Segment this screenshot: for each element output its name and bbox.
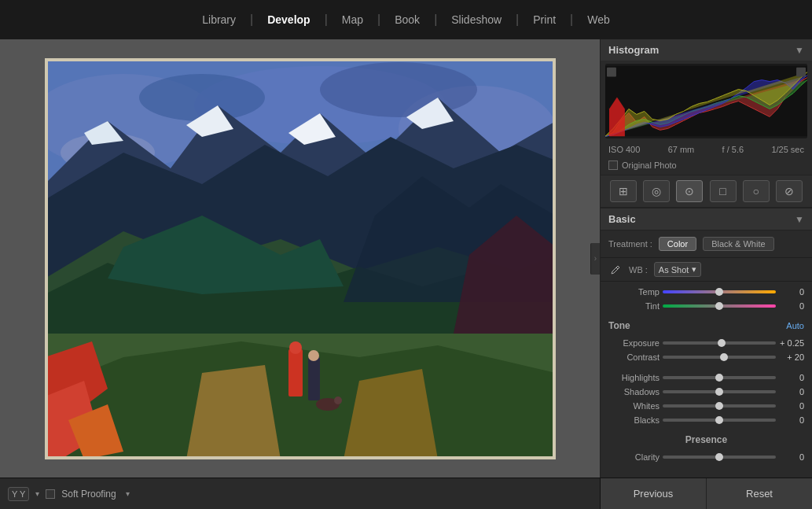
histogram-corners [608, 66, 805, 136]
adjustment-icon: ⊘ [784, 185, 794, 197]
yy-selector[interactable]: Y Y [8, 487, 29, 501]
exposure-slider[interactable] [663, 341, 776, 345]
contrast-slider-row: Contrast + 20 [601, 350, 812, 364]
temp-slider-row: Temp 0 [601, 285, 812, 299]
nav-book[interactable]: Book [380, 0, 434, 39]
original-photo-checkbox[interactable] [608, 160, 618, 170]
svg-point-25 [289, 341, 302, 354]
clarity-slider-row: Clarity 0 [601, 450, 812, 464]
nav-print[interactable]: Print [519, 0, 570, 39]
exif-focal: 67 mm [668, 145, 695, 154]
clarity-value: 0 [779, 452, 804, 462]
temp-value: 0 [779, 287, 804, 297]
wb-row: WB : As Shot ▾ [601, 258, 812, 282]
wb-value: As Shot [659, 265, 689, 275]
painting-image [45, 58, 556, 459]
shadows-value: 0 [779, 387, 804, 397]
nav-map[interactable]: Map [328, 0, 377, 39]
highlights-thumb[interactable] [715, 374, 723, 382]
exposure-slider-row: Exposure + 0.25 [601, 336, 812, 350]
basic-header[interactable]: Basic ▼ [601, 208, 812, 231]
contrast-slider[interactable] [663, 356, 776, 359]
histogram-title: Histogram [608, 44, 659, 56]
svg-rect-24 [288, 349, 303, 397]
gradient-tool-button[interactable]: □ [710, 180, 737, 202]
bottom-bar: Y Y ▾ Soft Proofing ▾ Previous Reset [0, 478, 812, 509]
heal-icon: ◎ [652, 185, 661, 197]
basic-collapse-arrow[interactable]: ▼ [795, 214, 804, 225]
exposure-label: Exposure [608, 338, 660, 348]
clarity-slider[interactable] [663, 456, 776, 459]
svg-point-7 [320, 62, 477, 117]
treatment-label: Treatment : [608, 239, 652, 249]
contrast-thumb[interactable] [720, 353, 728, 361]
shadows-label: Shadows [608, 387, 660, 397]
whites-label: Whites [608, 401, 660, 411]
clarity-thumb[interactable] [715, 453, 723, 461]
previous-button[interactable]: Previous [601, 478, 707, 509]
whites-slider-row: Whites 0 [601, 399, 812, 413]
whites-slider[interactable] [663, 404, 776, 408]
temp-slider[interactable] [663, 290, 776, 293]
wb-select[interactable]: As Shot ▾ [654, 262, 702, 277]
color-treatment-button[interactable]: Color [659, 237, 696, 251]
histogram-header[interactable]: Histogram ▼ [601, 39, 812, 61]
presence-sliders-section: Clarity 0 [601, 447, 812, 467]
svg-point-29 [334, 397, 342, 404]
presence-label: Presence [601, 430, 812, 447]
radial-icon: ○ [752, 185, 759, 197]
blacks-thumb[interactable] [715, 416, 723, 424]
clarity-label: Clarity [608, 452, 660, 462]
exposure-thumb[interactable] [718, 339, 726, 347]
heal-tool-button[interactable]: ◎ [643, 180, 670, 202]
crop-tool-button[interactable]: ⊞ [610, 180, 637, 202]
bottom-left: Y Y ▾ Soft Proofing ▾ [0, 487, 600, 501]
nav-library[interactable]: Library [188, 0, 250, 39]
tone-sliders-section: Exposure + 0.25 Contrast + 20 [601, 333, 812, 367]
temp-tint-section: Temp 0 Tint 0 [601, 282, 812, 316]
tint-thumb[interactable] [715, 302, 723, 310]
tint-slider[interactable] [663, 304, 776, 308]
nav-slideshow[interactable]: Slideshow [437, 0, 516, 39]
yy-dropdown-icon[interactable]: ▾ [35, 489, 39, 498]
redeye-tool-button[interactable]: ⊙ [676, 180, 703, 202]
tint-value: 0 [779, 301, 804, 311]
whites-thumb[interactable] [715, 402, 723, 410]
exif-iso: ISO 400 [608, 145, 640, 154]
temp-thumb[interactable] [715, 288, 723, 296]
auto-button[interactable]: Auto [786, 321, 804, 330]
original-photo-row: Original Photo [601, 157, 812, 175]
contrast-label: Contrast [608, 352, 660, 362]
nav-web[interactable]: Web [573, 0, 624, 39]
blacks-value: 0 [779, 415, 804, 425]
highlights-slider[interactable] [663, 376, 776, 379]
shadows-slider[interactable] [663, 390, 776, 393]
svg-point-27 [308, 350, 319, 361]
right-panel-expand[interactable]: › [590, 243, 600, 275]
whites-value: 0 [779, 401, 804, 411]
tone-header: Tone Auto [601, 316, 812, 333]
nav-develop[interactable]: Develop [253, 0, 324, 39]
main-area: › Histogram ▼ [0, 39, 812, 478]
adjustment-tool-button[interactable]: ⊘ [776, 180, 803, 202]
highlights-slider-row: Highlights 0 [601, 371, 812, 385]
histogram-collapse-arrow[interactable]: ▼ [795, 45, 804, 56]
image-area: › [0, 39, 600, 478]
basic-title: Basic [608, 213, 636, 225]
radial-tool-button[interactable]: ○ [743, 180, 770, 202]
blacks-slider[interactable] [663, 419, 776, 422]
eyedropper-button[interactable] [608, 263, 623, 277]
bottom-dropdown-arrow[interactable]: ▾ [126, 489, 130, 498]
blacks-label: Blacks [608, 415, 660, 425]
contrast-value: + 20 [779, 352, 804, 362]
exif-info: ISO 400 67 mm f / 5.6 1/25 sec [601, 142, 812, 157]
painting-container [45, 58, 556, 459]
svg-line-38 [616, 267, 618, 269]
reset-button[interactable]: Reset [707, 478, 812, 509]
right-panel: Histogram ▼ [600, 39, 812, 478]
shadows-thumb[interactable] [715, 388, 723, 396]
histogram-section: Histogram ▼ [601, 39, 812, 175]
bw-treatment-button[interactable]: Black & White [703, 237, 773, 251]
tint-label: Tint [608, 301, 660, 311]
soft-proofing-checkbox[interactable] [46, 489, 55, 499]
